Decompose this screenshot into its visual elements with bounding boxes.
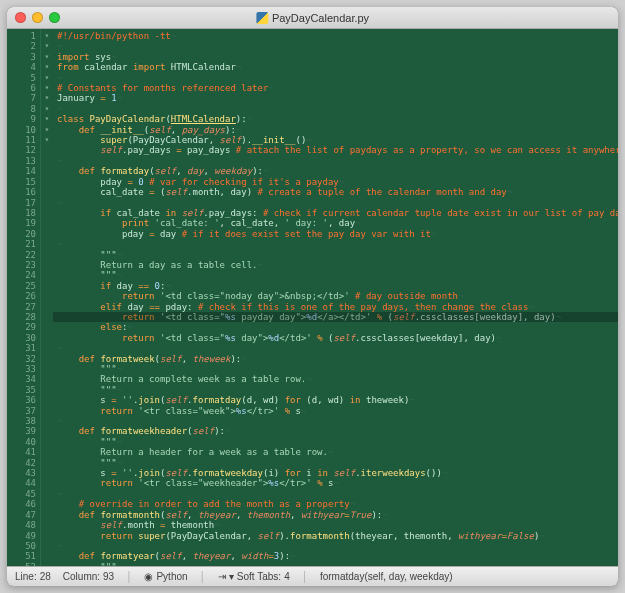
minimize-icon[interactable] [32, 12, 43, 23]
line-number[interactable]: 46 [7, 499, 36, 509]
code-line[interactable]: def formatweek(self, theweek):¬ [57, 354, 618, 364]
fold-marker-icon[interactable]: ▾ [41, 135, 53, 145]
fold-gutter[interactable]: ▾▾▾▾▾▾▾▾▾▾▾ [41, 29, 53, 566]
code-line[interactable]: cal_date = (self.month, day) # create a … [57, 187, 618, 197]
code-line[interactable]: ¬ [57, 489, 618, 499]
code-line[interactable]: ¬ [57, 41, 618, 51]
code-line[interactable]: ¬ [57, 541, 618, 551]
cursor-line[interactable]: Line: 28 [15, 571, 51, 582]
code-line[interactable]: if day == 0:¬ [57, 281, 618, 291]
fold-marker-icon[interactable]: ▾ [41, 52, 53, 62]
code-line[interactable]: pday = 0 # var for checking if it's a pa… [57, 177, 618, 187]
line-number[interactable]: 7 [7, 93, 36, 103]
code-line[interactable]: return '<td class="noday day">&nbsp;</td… [57, 291, 618, 301]
code-line[interactable]: def __init__(self, pay_days):¬ [57, 125, 618, 135]
code-line[interactable]: if cal_date in self.pay_days: # check if… [57, 208, 618, 218]
code-line[interactable]: """¬ [57, 458, 618, 468]
code-line[interactable]: ¬ [57, 239, 618, 249]
code-line[interactable]: Return a complete week as a table row.¬ [57, 374, 618, 384]
code-line[interactable]: ¬ [57, 73, 618, 83]
code-line[interactable]: return '<td class="%s day">%d</td>' % (s… [57, 333, 618, 343]
code-line[interactable]: January = 1¬ [57, 93, 618, 103]
line-number[interactable]: 23 [7, 260, 36, 270]
code-line[interactable]: class PayDayCalendar(HTMLCalendar):¬ [57, 114, 618, 124]
code-line[interactable]: """¬ [57, 385, 618, 395]
code-line[interactable]: Return a day as a table cell.¬ [57, 260, 618, 270]
line-number[interactable]: 12 [7, 145, 36, 155]
line-number[interactable]: 37 [7, 406, 36, 416]
line-number[interactable]: 5 [7, 73, 36, 83]
code-line[interactable]: ¬ [57, 416, 618, 426]
line-number[interactable]: 24 [7, 270, 36, 280]
code-line[interactable]: def formatmonth(self, theyear, themonth,… [57, 510, 618, 520]
line-number[interactable]: 25 [7, 281, 36, 291]
line-number[interactable]: 22 [7, 250, 36, 260]
line-number[interactable]: 20 [7, 229, 36, 239]
line-number[interactable]: 30 [7, 333, 36, 343]
code-line[interactable]: ¬ [57, 198, 618, 208]
line-number[interactable]: 11 [7, 135, 36, 145]
line-number[interactable]: 29 [7, 322, 36, 332]
line-number[interactable]: 19 [7, 218, 36, 228]
line-number[interactable]: 8 [7, 104, 36, 114]
code-line[interactable]: elif day == pday: # check if this is one… [57, 302, 618, 312]
code-content[interactable]: #!/usr/bin/python -tt¬¬import sys¬from c… [53, 29, 618, 566]
code-line[interactable]: self.month = themonth¬ [57, 520, 618, 530]
code-line[interactable]: from calendar import HTMLCalendar¬ [57, 62, 618, 72]
line-number[interactable]: 44 [7, 478, 36, 488]
line-number[interactable]: 41 [7, 447, 36, 457]
line-number[interactable]: 32 [7, 354, 36, 364]
line-number[interactable]: 50 [7, 541, 36, 551]
fold-marker-icon[interactable]: ▾ [41, 62, 53, 72]
code-line[interactable]: pday = day # if it does exist set the pa… [57, 229, 618, 239]
line-number[interactable]: 3 [7, 52, 36, 62]
line-number[interactable]: 13 [7, 156, 36, 166]
line-number[interactable]: 31 [7, 343, 36, 353]
zoom-icon[interactable] [49, 12, 60, 23]
code-line[interactable]: s = ''.join(self.formatday(d, wd) for (d… [57, 395, 618, 405]
line-number[interactable]: 51 [7, 551, 36, 561]
code-line[interactable]: ¬ [57, 104, 618, 114]
code-line[interactable]: return '<tr class="weekheader">%s</tr>' … [57, 478, 618, 488]
code-line[interactable]: # Constants for months referenced later¬ [57, 83, 618, 93]
line-number[interactable]: 34 [7, 374, 36, 384]
code-line[interactable]: print 'cal_date: ', cal_date, ' day: ', … [57, 218, 618, 228]
fold-marker-icon[interactable]: ▾ [41, 125, 53, 135]
symbol-selector[interactable]: formatday(self, day, weekday) [320, 571, 453, 582]
line-number[interactable]: 18 [7, 208, 36, 218]
code-line[interactable]: return super(PayDayCalendar, self).forma… [57, 531, 618, 541]
line-number[interactable]: 49 [7, 531, 36, 541]
line-number[interactable]: 10 [7, 125, 36, 135]
line-number[interactable]: 9 [7, 114, 36, 124]
line-number[interactable]: 6 [7, 83, 36, 93]
code-line[interactable]: """¬ [57, 270, 618, 280]
editor-area[interactable]: 1234567891011121314151617181920212223242… [7, 29, 618, 566]
line-number[interactable]: 40 [7, 437, 36, 447]
line-number[interactable]: 14 [7, 166, 36, 176]
line-number[interactable]: 36 [7, 395, 36, 405]
line-number[interactable]: 21 [7, 239, 36, 249]
line-number[interactable]: 43 [7, 468, 36, 478]
code-line[interactable]: self.pay_days = pay_days # attach the li… [57, 145, 618, 155]
line-number[interactable]: 48 [7, 520, 36, 530]
code-line[interactable]: super(PayDayCalendar, self).__init__()¬ [57, 135, 618, 145]
code-line[interactable]: #!/usr/bin/python -tt¬ [57, 31, 618, 41]
code-line[interactable]: ¬ [57, 156, 618, 166]
fold-marker-icon[interactable]: ▾ [41, 83, 53, 93]
line-number[interactable]: 1 [7, 31, 36, 41]
line-number[interactable]: 16 [7, 187, 36, 197]
close-icon[interactable] [15, 12, 26, 23]
code-line[interactable]: """¬ [57, 250, 618, 260]
titlebar[interactable]: PayDayCalendar.py [7, 7, 618, 29]
code-line[interactable]: import sys¬ [57, 52, 618, 62]
code-line[interactable]: def formatyear(self, theyear, width=3):¬ [57, 551, 618, 561]
line-number[interactable]: 42 [7, 458, 36, 468]
code-line[interactable]: s = ''.join(self.formatweekday(i) for i … [57, 468, 618, 478]
line-number[interactable]: 15 [7, 177, 36, 187]
line-number[interactable]: 28 [7, 312, 36, 322]
line-number[interactable]: 39 [7, 426, 36, 436]
code-line[interactable]: ¬ [57, 343, 618, 353]
code-line[interactable]: def formatweekheader(self):¬ [57, 426, 618, 436]
line-number[interactable]: 35 [7, 385, 36, 395]
line-number[interactable]: 17 [7, 198, 36, 208]
